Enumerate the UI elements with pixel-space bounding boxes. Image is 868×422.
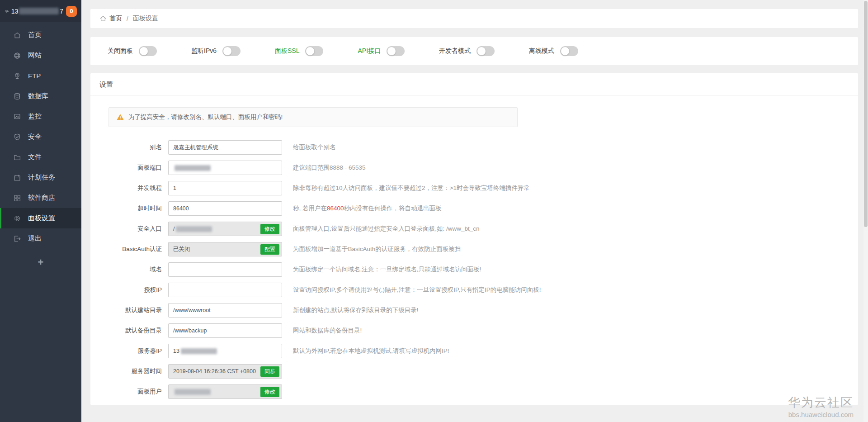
field-help: 设置访问授权IP,多个请使用逗号(,)隔开,注意：一旦设置授权IP,只有指定IP…	[293, 286, 541, 294]
form-row-threads: 并发线程 1 除非每秒有超过10人访问面板，建议值不要超过2，注意：>1时会导致…	[108, 181, 840, 195]
toggle-ipv6[interactable]	[222, 46, 241, 56]
toggle-offline-mode[interactable]	[560, 46, 578, 56]
folder-icon	[13, 153, 21, 161]
sidebar-item-database[interactable]: 数据库	[0, 86, 81, 106]
sidebar-item-sites[interactable]: 网站	[0, 45, 81, 66]
field-help: 为面板增加一道基于BasicAuth的认证服务，有效防止面板被扫	[293, 245, 461, 253]
domain-input[interactable]	[168, 262, 282, 277]
backup-dir-input[interactable]: /www/backup	[168, 323, 282, 338]
sidebar-item-panel-settings[interactable]: 面板设置	[0, 208, 81, 228]
threads-input[interactable]: 1	[168, 181, 282, 195]
breadcrumb-home-link[interactable]: 首页	[109, 14, 122, 23]
site-dir-input[interactable]: /www/wwwroot	[168, 303, 282, 318]
add-menu-button[interactable]: +	[0, 254, 81, 270]
form-row-domain: 域名 为面板绑定一个访问域名,注意：一旦绑定域名,只能通过域名访问面板!	[108, 262, 840, 277]
sidebar-item-appstore[interactable]: 软件商店	[0, 188, 81, 208]
toggle-knob	[223, 47, 232, 56]
alias-input[interactable]: 晟嘉主机管理系统	[168, 140, 282, 155]
field-value: 晟嘉主机管理系统	[173, 144, 218, 152]
database-icon	[13, 92, 21, 100]
entrance-input[interactable]: / 修改	[168, 222, 282, 236]
toggle-group-close-panel: 关闭面板	[108, 46, 157, 56]
sidebar: 137 0 首页 网站 FTP 数据库 监控 安全 文件 计划任务 软件商店 面…	[0, 0, 81, 422]
field-value: 13	[173, 348, 179, 354]
panel-user-button[interactable]: 修改	[260, 387, 279, 397]
masked-value	[176, 226, 212, 232]
settings-card: 设置 为了提高安全，请修改别名、默认端口、面板用户和密码! 别名 晟嘉主机管理系…	[90, 73, 858, 405]
toggle-panel-ssl[interactable]	[305, 46, 323, 56]
panel-toggles: 关闭面板 监听IPv6 面板SSL API接口 开发者模式 离线模式	[90, 37, 858, 65]
field-help: 给面板取个别名	[293, 143, 336, 152]
calendar-icon	[13, 174, 21, 182]
home-icon	[99, 15, 107, 22]
basicauth-button[interactable]: 配置	[260, 244, 279, 255]
sidebar-item-ftp[interactable]: FTP	[0, 66, 81, 86]
settings-form: 别名 晟嘉主机管理系统 给面板取个别名 面板端口 建议端口范围8888 - 65…	[108, 140, 840, 405]
server-ip-input[interactable]: 13	[168, 344, 282, 358]
form-row-auth-ip: 授权IP 设置访问授权IP,多个请使用逗号(,)隔开,注意：一旦设置授权IP,只…	[108, 283, 840, 297]
main-content: 首页 / 面板设置 关闭面板 监听IPv6 面板SSL API接口 开发者模式 …	[81, 0, 868, 422]
home-icon	[13, 31, 21, 39]
form-row-timeout: 超时时间 86400 秒, 若用户在86400秒内没有任何操作，将自动退出面板	[108, 201, 840, 216]
timeout-input[interactable]: 86400	[168, 201, 282, 216]
field-help: 默认为外网IP,若您在本地虚拟机测试,请填写虚拟机内网IP!	[293, 347, 449, 355]
devices-icon	[5, 7, 9, 15]
toggle-close-panel[interactable]	[139, 46, 157, 56]
sidebar-item-home[interactable]: 首页	[0, 25, 81, 45]
toggle-dev-mode[interactable]	[476, 46, 495, 56]
sidebar-menu: 首页 网站 FTP 数据库 监控 安全 文件 计划任务 软件商店 面板设置 退出	[0, 22, 81, 249]
toggle-group-panel-ssl: 面板SSL	[275, 46, 323, 56]
panel-user-input[interactable]: 修改	[168, 384, 282, 399]
field-help: 面板管理入口,设置后只能通过指定安全入口登录面板,如: /www_bt_cn	[293, 225, 480, 233]
toggle-knob	[306, 47, 315, 56]
toggle-knob	[477, 47, 486, 56]
gear-icon	[13, 214, 21, 223]
scrollbar-thumb[interactable]	[864, 1, 868, 227]
security-warning: 为了提高安全，请修改别名、默认端口、面板用户和密码!	[108, 107, 518, 127]
server-title: 137	[11, 8, 63, 15]
form-row-entrance: 安全入口 / 修改 面板管理入口,设置后只能通过指定安全入口登录面板,如: /w…	[108, 222, 840, 236]
server-info-header[interactable]: 137 0	[0, 0, 81, 22]
entrance-button[interactable]: 修改	[260, 224, 279, 234]
field-value: 已关闭	[173, 246, 190, 253]
toggle-group-ipv6: 监听IPv6	[191, 46, 241, 56]
page-scrollbar[interactable]	[863, 0, 868, 422]
settings-body: 为了提高安全，请修改别名、默认端口、面板用户和密码! 别名 晟嘉主机管理系统 给…	[90, 95, 858, 405]
sidebar-item-monitor[interactable]: 监控	[0, 106, 81, 127]
form-row-site-dir: 默认建站目录 /www/wwwroot 新创建的站点,默认将保存到该目录的下级目…	[108, 303, 840, 318]
masked-value	[175, 165, 211, 171]
globe-icon	[13, 52, 21, 60]
form-row-server-time: 服务器时间 2019-08-04 16:26:36 CST +0800 同步	[108, 364, 840, 379]
form-row-port: 面板端口 建议端口范围8888 - 65535	[108, 161, 840, 175]
field-help: 网站和数据库的备份目录!	[293, 327, 362, 335]
field-value: /www/backup	[173, 327, 207, 334]
message-count-badge[interactable]: 0	[66, 6, 77, 17]
form-row-basicauth: BasicAuth认证 已关闭 配置 为面板增加一道基于BasicAuth的认证…	[108, 242, 840, 256]
sidebar-item-cron[interactable]: 计划任务	[0, 167, 81, 188]
auth-ip-input[interactable]	[168, 283, 282, 297]
sidebar-item-files[interactable]: 文件	[0, 147, 81, 167]
port-input[interactable]	[168, 161, 282, 175]
watermark: 华为云社区 bbs.huaweicloud.com	[788, 394, 854, 418]
bt-panel-app: 137 0 首页 网站 FTP 数据库 监控 安全 文件 计划任务 软件商店 面…	[0, 0, 868, 422]
field-help: 新创建的站点,默认将保存到该目录的下级目录!	[293, 306, 419, 314]
form-row-alias: 别名 晟嘉主机管理系统 给面板取个别名	[108, 140, 840, 155]
field-value: /www/wwwroot	[173, 307, 211, 313]
shield-icon	[13, 133, 21, 141]
toggle-group-api: API接口	[358, 46, 405, 56]
sidebar-item-security[interactable]: 安全	[0, 127, 81, 147]
monitor-icon	[13, 113, 21, 121]
masked-value	[175, 389, 211, 395]
field-value: 86400	[173, 205, 189, 212]
breadcrumb: 首页 / 面板设置	[90, 9, 858, 28]
toggle-group-dev-mode: 开发者模式	[439, 46, 495, 56]
server-time-input[interactable]: 2019-08-04 16:26:36 CST +0800 同步	[168, 364, 282, 379]
form-row-panel-user: 面板用户 修改	[108, 384, 840, 399]
breadcrumb-current: 面板设置	[133, 14, 158, 23]
basicauth-input[interactable]: 已关闭 配置	[168, 242, 282, 256]
field-value: 1	[173, 185, 176, 191]
server-time-button[interactable]: 同步	[260, 366, 279, 377]
sidebar-item-logout[interactable]: 退出	[0, 228, 81, 249]
field-help: 除非每秒有超过10人访问面板，建议值不要超过2，注意：>1时会导致宝塔终端插件异…	[293, 184, 530, 192]
toggle-api[interactable]	[387, 46, 405, 56]
